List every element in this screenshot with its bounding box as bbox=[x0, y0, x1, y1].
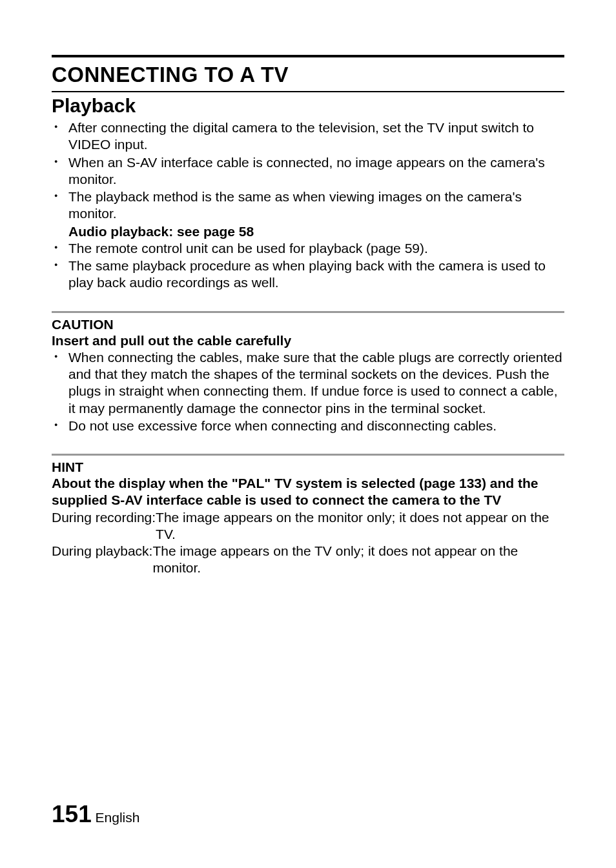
hint-row: During recording: The image appears on t… bbox=[52, 509, 564, 543]
playback-bullets-2: The remote control unit can be used for … bbox=[52, 240, 564, 292]
page-language: English bbox=[96, 810, 140, 825]
list-item: The remote control unit can be used for … bbox=[68, 240, 564, 257]
list-item: Do not use excessive force when connecti… bbox=[68, 418, 564, 434]
divider bbox=[52, 454, 564, 456]
hint-val: The image appears on the TV only; it doe… bbox=[152, 543, 564, 577]
list-item: When an S-AV interface cable is connecte… bbox=[68, 154, 564, 188]
title-rule-bottom bbox=[52, 91, 564, 92]
list-item: The same playback procedure as when play… bbox=[68, 257, 564, 292]
hint-key: During playback: bbox=[52, 543, 152, 577]
caution-label: CAUTION bbox=[52, 317, 564, 332]
caution-bullets: When connecting the cables, make sure th… bbox=[52, 349, 564, 434]
hint-heading: About the display when the "PAL" TV syst… bbox=[52, 475, 564, 509]
divider bbox=[52, 311, 564, 313]
hint-row: During playback: The image appears on th… bbox=[52, 543, 564, 577]
audio-playback-line: Audio playback: see page 58 bbox=[52, 223, 564, 240]
title-rule-top bbox=[52, 55, 564, 57]
page-footer: 151 English bbox=[52, 801, 139, 828]
page-title: CONNECTING TO A TV bbox=[52, 61, 564, 91]
section-heading: Playback bbox=[52, 95, 564, 117]
list-item: The playback method is the same as when … bbox=[68, 188, 564, 223]
list-item: When connecting the cables, make sure th… bbox=[68, 349, 564, 417]
page-number: 151 bbox=[52, 801, 92, 827]
playback-bullets-1: After connecting the digital camera to t… bbox=[52, 119, 564, 223]
hint-key: During recording: bbox=[52, 509, 156, 543]
hint-val: The image appears on the monitor only; i… bbox=[156, 509, 564, 543]
hint-label: HINT bbox=[52, 459, 564, 475]
caution-heading: Insert and pull out the cable carefully bbox=[52, 332, 564, 349]
list-item: After connecting the digital camera to t… bbox=[68, 119, 564, 154]
hint-body: During recording: The image appears on t… bbox=[52, 509, 564, 577]
